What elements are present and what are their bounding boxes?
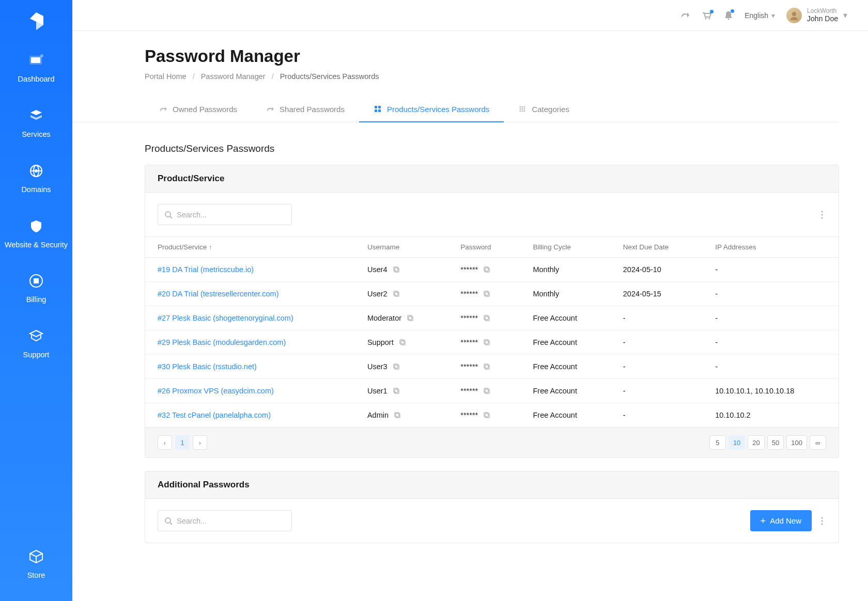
tab-products[interactable]: Products/Services Passwords: [359, 96, 504, 122]
sidebar-item-store[interactable]: Store: [27, 548, 45, 580]
svg-point-21: [522, 108, 523, 110]
page-next[interactable]: ›: [193, 435, 207, 450]
header: English ▾ LockWorth John Doe ▾: [72, 0, 868, 31]
username-value: Support: [367, 338, 394, 346]
cart-icon[interactable]: [701, 11, 712, 20]
search-box[interactable]: [158, 204, 292, 225]
username-value: User2: [367, 290, 388, 298]
copy-icon[interactable]: [393, 387, 400, 394]
copy-icon[interactable]: [394, 412, 401, 419]
svg-rect-41: [485, 317, 489, 321]
product-link[interactable]: #26 Proxmox VPS (easydcim.com): [158, 387, 274, 395]
page-size-option[interactable]: ∞: [810, 435, 826, 450]
page-prev[interactable]: ‹: [158, 435, 172, 450]
add-new-button[interactable]: + Add New: [750, 510, 812, 531]
copy-icon[interactable]: [407, 314, 414, 322]
sidebar-item-billing[interactable]: Billing: [26, 272, 47, 305]
product-link[interactable]: #19 DA Trial (metricscube.io): [158, 265, 254, 274]
svg-point-30: [822, 217, 823, 218]
panel-header: Product/Service: [145, 165, 839, 193]
pagination: ‹ 1 › 5102050100∞: [145, 427, 839, 457]
col-cycle[interactable]: Billing Cycle: [520, 237, 610, 258]
copy-icon[interactable]: [483, 339, 490, 346]
svg-rect-31: [395, 268, 399, 272]
sidebar-label: Website & Security: [5, 240, 68, 250]
product-link[interactable]: #20 DA Trial (testresellercenter.com): [158, 290, 279, 298]
page-size-option[interactable]: 5: [709, 435, 726, 450]
brand-logo[interactable]: [27, 12, 45, 31]
shield-icon: [27, 217, 45, 235]
copy-icon[interactable]: [393, 266, 400, 273]
language-selector[interactable]: English ▾: [745, 11, 775, 20]
svg-point-28: [822, 211, 823, 212]
sidebar-item-domains[interactable]: Domains: [21, 162, 51, 195]
col-ip[interactable]: IP Addresses: [703, 237, 839, 258]
product-link[interactable]: #32 Test cPanel (panelalpha.com): [158, 411, 271, 419]
more-menu[interactable]: [818, 514, 826, 528]
page-number[interactable]: 1: [175, 435, 190, 450]
svg-rect-33: [485, 268, 489, 272]
copy-icon[interactable]: [483, 314, 490, 322]
share-icon[interactable]: [680, 11, 690, 20]
copy-icon[interactable]: [483, 290, 490, 297]
more-menu[interactable]: [818, 208, 826, 222]
search-input[interactable]: [177, 211, 285, 219]
sidebar-item-support[interactable]: Support: [23, 327, 50, 360]
product-link[interactable]: #30 Plesk Basic (rsstudio.net): [158, 362, 257, 371]
col-due[interactable]: Next Due Date: [611, 237, 703, 258]
svg-point-23: [520, 110, 521, 112]
tab-owned[interactable]: Owned Passwords: [145, 96, 252, 122]
product-link[interactable]: #27 Plesk Basic (shogettenoryginal.com): [158, 314, 293, 322]
svg-point-22: [524, 108, 525, 110]
breadcrumb-home[interactable]: Portal Home: [145, 72, 187, 81]
product-link[interactable]: #29 Plesk Basic (modulesgarden.com): [158, 338, 286, 346]
password-value: ******: [460, 314, 478, 322]
tabs: Owned Passwords Shared Passwords Product…: [72, 96, 839, 122]
col-product[interactable]: Product/Service↑: [145, 237, 355, 258]
svg-rect-47: [395, 365, 399, 369]
copy-icon[interactable]: [483, 363, 490, 370]
svg-point-10: [709, 18, 710, 19]
plus-icon: +: [761, 516, 766, 526]
sidebar-label: Store: [27, 571, 45, 580]
svg-point-17: [520, 106, 521, 108]
copy-icon[interactable]: [483, 412, 490, 419]
svg-point-20: [520, 108, 521, 110]
col-password[interactable]: Password: [448, 237, 520, 258]
panel-header: Additional Passwords: [145, 471, 839, 499]
svg-rect-39: [409, 317, 413, 321]
svg-rect-42: [484, 315, 488, 320]
sidebar-item-security[interactable]: Website & Security: [5, 217, 68, 250]
copy-icon[interactable]: [483, 387, 490, 394]
breadcrumb: Portal Home / Password Manager / Product…: [145, 72, 839, 81]
svg-rect-45: [485, 341, 489, 345]
tab-shared[interactable]: Shared Passwords: [252, 96, 359, 122]
ip-value: -: [703, 258, 839, 282]
breadcrumb-mid[interactable]: Password Manager: [201, 72, 266, 81]
tab-categories[interactable]: Categories: [504, 96, 584, 122]
svg-rect-1: [31, 57, 40, 63]
breadcrumb-sep: /: [193, 72, 195, 81]
page-size-option[interactable]: 20: [748, 435, 764, 450]
page-size-option[interactable]: 100: [786, 435, 807, 450]
bell-icon[interactable]: [724, 10, 733, 21]
copy-icon[interactable]: [393, 363, 400, 370]
tab-label: Categories: [532, 105, 569, 114]
copy-icon[interactable]: [393, 290, 400, 297]
svg-rect-16: [378, 109, 381, 112]
search-box[interactable]: [158, 510, 292, 531]
copy-icon[interactable]: [399, 339, 406, 346]
col-username[interactable]: Username: [355, 237, 448, 258]
username-value: User3: [367, 362, 388, 371]
due-value: -: [611, 306, 703, 330]
page-size-option[interactable]: 10: [729, 435, 745, 450]
copy-icon[interactable]: [483, 266, 490, 273]
sidebar-item-services[interactable]: Services: [22, 107, 51, 139]
sidebar-item-dashboard[interactable]: Dashboard: [18, 52, 55, 84]
user-menu[interactable]: LockWorth John Doe ▾: [786, 7, 847, 23]
search-input[interactable]: [177, 517, 285, 525]
cycle-value: Free Account: [520, 379, 610, 403]
products-panel: Product/Service Product/Service↑ Usernam…: [145, 165, 839, 458]
services-icon: [27, 107, 45, 124]
page-size-option[interactable]: 50: [767, 435, 784, 450]
